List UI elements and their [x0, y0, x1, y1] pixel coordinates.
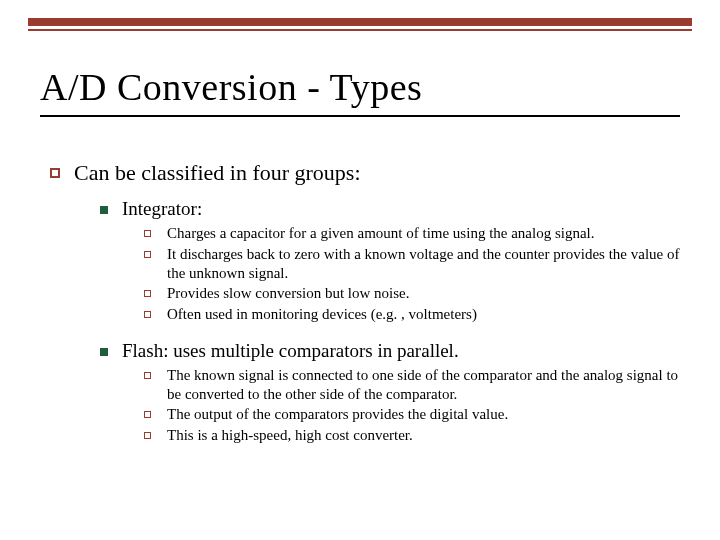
bullet-level2: Flash: uses multiple comparators in para…	[100, 340, 680, 362]
bullet-level1: Can be classified in four groups:	[50, 160, 680, 186]
level3-text: Charges a capacitor for a given amount o…	[167, 224, 595, 243]
bullet-level3: It discharges back to zero with a known …	[144, 245, 680, 283]
level3-text: The output of the comparators provides t…	[167, 405, 508, 424]
level1-text: Can be classified in four groups:	[74, 160, 361, 186]
square-open-small-bullet-icon	[144, 372, 151, 379]
level3-text: It discharges back to zero with a known …	[167, 245, 680, 283]
bullet-level3: The known signal is connected to one sid…	[144, 366, 680, 404]
square-open-small-bullet-icon	[144, 230, 151, 237]
bullet-level3: Often used in monitoring devices (e.g. ,…	[144, 305, 680, 324]
level2-text: Flash: uses multiple comparators in para…	[122, 340, 459, 362]
square-open-small-bullet-icon	[144, 411, 151, 418]
level3-text: Provides slow conversion but low noise.	[167, 284, 409, 303]
square-open-bullet-icon	[50, 168, 60, 178]
square-solid-bullet-icon	[100, 206, 108, 214]
level3-text: The known signal is connected to one sid…	[167, 366, 680, 404]
decorative-top-bars	[28, 18, 692, 31]
level3-group: The known signal is connected to one sid…	[144, 366, 680, 445]
title-block: A/D Conversion - Types	[40, 65, 680, 117]
slide: A/D Conversion - Types Can be classified…	[0, 0, 720, 540]
level3-text: Often used in monitoring devices (e.g. ,…	[167, 305, 477, 324]
slide-body: Can be classified in four groups: Integr…	[50, 160, 680, 461]
bullet-level3: Charges a capacitor for a given amount o…	[144, 224, 680, 243]
bullet-level3: The output of the comparators provides t…	[144, 405, 680, 424]
title-underline	[40, 115, 680, 117]
bullet-level3: Provides slow conversion but low noise.	[144, 284, 680, 303]
slide-title: A/D Conversion - Types	[40, 65, 680, 109]
square-open-small-bullet-icon	[144, 432, 151, 439]
level2-group: Integrator: Charges a capacitor for a gi…	[100, 198, 680, 445]
square-open-small-bullet-icon	[144, 311, 151, 318]
bullet-level3: This is a high-speed, high cost converte…	[144, 426, 680, 445]
square-solid-bullet-icon	[100, 348, 108, 356]
top-bar-thick	[28, 18, 692, 26]
square-open-small-bullet-icon	[144, 290, 151, 297]
level2-text: Integrator:	[122, 198, 202, 220]
bullet-level2: Integrator:	[100, 198, 680, 220]
level3-text: This is a high-speed, high cost converte…	[167, 426, 413, 445]
square-open-small-bullet-icon	[144, 251, 151, 258]
level3-group: Charges a capacitor for a given amount o…	[144, 224, 680, 324]
top-bar-thin	[28, 29, 692, 31]
